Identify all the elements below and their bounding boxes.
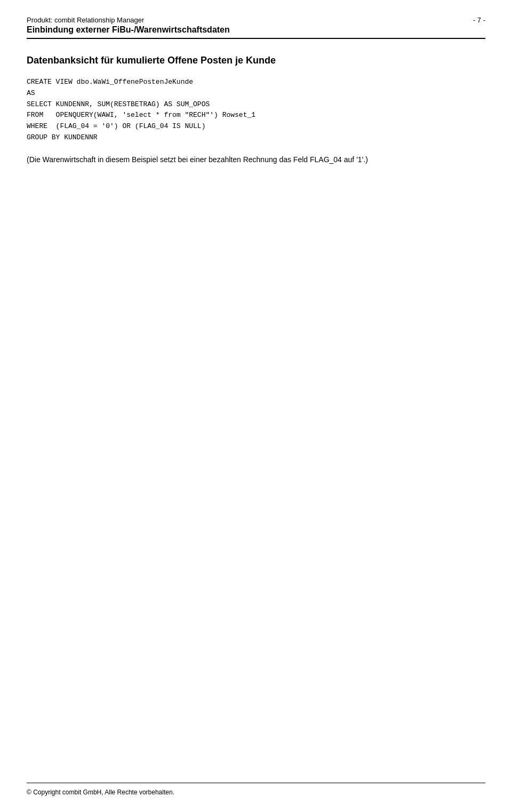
description-text: (Die Warenwirtschaft in diesem Beispiel … xyxy=(27,154,485,165)
document-title: Einbindung externer FiBu-/Warenwirtschaf… xyxy=(27,25,485,35)
page-number: - 7 - xyxy=(473,16,485,24)
footer-text: © Copyright combit GmbH, Alle Rechte vor… xyxy=(27,789,174,796)
section-heading: Datenbanksicht für kumulierte Offene Pos… xyxy=(27,55,485,66)
header-section: Produkt: combit Relationship Manager - 7… xyxy=(27,16,485,39)
footer: © Copyright combit GmbH, Alle Rechte vor… xyxy=(27,783,485,796)
product-label: Produkt: combit Relationship Manager xyxy=(27,16,144,24)
code-block: CREATE VIEW dbo.WaWi_OffenePostenJeKunde… xyxy=(27,77,485,144)
header-top: Produkt: combit Relationship Manager - 7… xyxy=(27,16,485,24)
page-container: Produkt: combit Relationship Manager - 7… xyxy=(0,0,512,812)
